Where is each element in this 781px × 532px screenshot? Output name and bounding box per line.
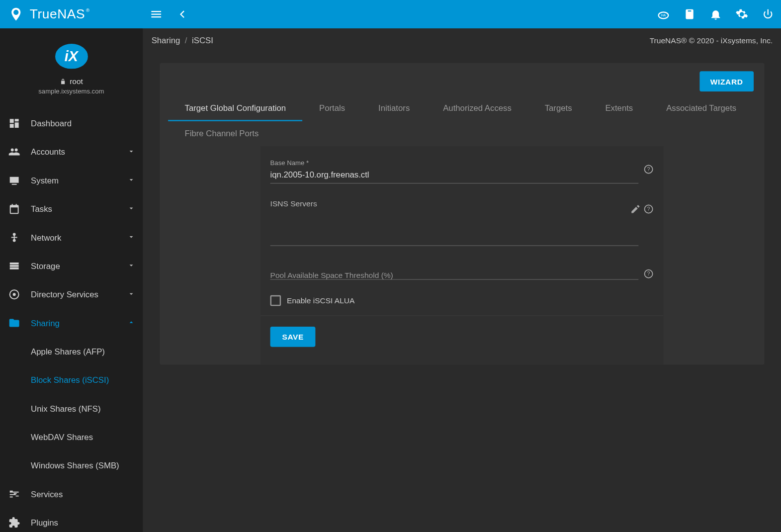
topbar: TrueNAS® HA (0, 0, 781, 28)
chevron-down-icon (127, 204, 136, 214)
tab-authorized-access[interactable]: Authorized Access (427, 96, 528, 121)
sidebar-item-tasks[interactable]: Tasks (0, 195, 143, 223)
tasks-icon (7, 202, 21, 216)
sidebar-username: root (70, 77, 83, 86)
breadcrumb: Sharing / iSCSI TrueNAS® © 2020 - iXsyst… (143, 28, 781, 52)
sidebar-item-directory[interactable]: Directory Services (0, 280, 143, 309)
chevron-up-icon (127, 318, 136, 328)
services-icon (7, 487, 21, 502)
sidebar-user: root (60, 77, 83, 86)
chevron-down-icon (127, 147, 136, 157)
crumb-separator: / (185, 36, 187, 45)
alua-checkbox[interactable] (270, 295, 281, 306)
tab-portals[interactable]: Portals (303, 96, 362, 121)
tab-bar: Target Global Configuration Portals Init… (160, 96, 764, 146)
sidebar-sub-smb[interactable]: Windows Shares (SMB) (0, 451, 143, 480)
sidebar-item-storage[interactable]: Storage (0, 252, 143, 280)
sidebar-item-label: Services (31, 489, 63, 499)
brand[interactable]: TrueNAS® (0, 6, 143, 22)
sidebar-item-label: Dashboard (31, 119, 72, 128)
sidebar-item-label: Sharing (31, 318, 60, 328)
pool-threshold-input[interactable] (270, 264, 639, 279)
chevron-down-icon (127, 289, 136, 299)
sidebar-item-label: Network (31, 233, 61, 242)
chevron-down-icon (127, 261, 136, 271)
sidebar: iX root sample.ixsystems.com Dashboard A… (0, 28, 143, 532)
isns-servers-input[interactable] (270, 211, 639, 246)
sidebar-host: sample.ixsystems.com (38, 88, 104, 95)
accounts-icon (7, 145, 21, 160)
ix-logo-block: iX root sample.ixsystems.com (0, 28, 143, 101)
sidebar-sub-nfs[interactable]: Unix Shares (NFS) (0, 394, 143, 423)
dashboard-icon (7, 116, 21, 131)
main: Sharing / iSCSI TrueNAS® © 2020 - iXsyst… (143, 28, 781, 532)
tab-target-global[interactable]: Target Global Configuration (168, 96, 303, 121)
system-icon (7, 174, 21, 188)
tab-initiators[interactable]: Initiators (362, 96, 427, 121)
iscsi-card: WIZARD Target Global Configuration Porta… (160, 63, 764, 365)
svg-point-3 (13, 293, 16, 296)
clipboard-icon[interactable] (677, 0, 703, 28)
truenas-logo-icon (8, 6, 24, 22)
isns-label: ISNS Servers (270, 199, 654, 208)
sidebar-sub-afp[interactable]: Apple Shares (AFP) (0, 338, 143, 366)
storage-icon (7, 259, 21, 273)
ha-status-icon[interactable]: HA (650, 0, 677, 28)
brand-name: TrueNAS® (30, 6, 85, 22)
sidebar-item-label: Tasks (31, 204, 52, 214)
settings-icon[interactable] (729, 0, 755, 28)
edit-icon[interactable] (630, 204, 641, 217)
tab-extents[interactable]: Extents (589, 96, 650, 121)
basename-label: Base Name * (270, 159, 654, 166)
crumb-sharing[interactable]: Sharing (152, 36, 180, 45)
help-icon[interactable]: ? (643, 164, 654, 177)
help-icon[interactable]: ? (643, 204, 654, 217)
svg-text:?: ? (647, 206, 650, 212)
svg-text:HA: HA (661, 13, 666, 17)
sidebar-item-accounts[interactable]: Accounts (0, 138, 143, 166)
sidebar-sub-iscsi[interactable]: Block Shares (iSCSI) (0, 366, 143, 394)
ix-logo-icon: iX (55, 44, 88, 69)
sidebar-item-system[interactable]: System (0, 167, 143, 195)
tab-targets[interactable]: Targets (528, 96, 589, 121)
wizard-button[interactable]: WIZARD (699, 71, 754, 91)
back-button[interactable] (169, 0, 195, 28)
sidebar-item-services[interactable]: Services (0, 480, 143, 508)
sidebar-item-plugins[interactable]: Plugins (0, 509, 143, 532)
plugins-icon (7, 516, 21, 530)
tab-fibre-channel[interactable]: Fibre Channel Ports (168, 121, 275, 146)
copyright: TrueNAS® © 2020 - iXsystems, Inc. (650, 36, 773, 45)
chevron-down-icon (127, 176, 136, 185)
sidebar-item-label: Storage (31, 262, 60, 271)
notifications-icon[interactable] (702, 0, 729, 28)
svg-text:?: ? (647, 166, 650, 172)
chevron-down-icon (127, 233, 136, 243)
svg-text:?: ? (647, 270, 650, 276)
alua-label: Enable iSCSI ALUA (287, 296, 354, 305)
crumb-iscsi[interactable]: iSCSI (192, 36, 213, 45)
power-icon[interactable] (755, 0, 781, 28)
sidebar-item-label: Plugins (31, 518, 58, 528)
tab-associated-targets[interactable]: Associated Targets (650, 96, 753, 121)
sharing-icon (7, 316, 21, 331)
sidebar-item-sharing[interactable]: Sharing (0, 309, 143, 337)
sidebar-item-dashboard[interactable]: Dashboard (0, 109, 143, 138)
network-icon (7, 231, 21, 245)
global-config-form: Base Name * ? ISNS Servers ? Pool Availa… (260, 146, 663, 365)
sidebar-item-label: System (31, 176, 59, 185)
save-button[interactable]: SAVE (270, 327, 316, 347)
lock-icon (60, 78, 67, 85)
help-icon[interactable]: ? (643, 268, 654, 281)
sidebar-item-label: Directory Services (31, 290, 98, 299)
sidebar-sub-webdav[interactable]: WebDAV Shares (0, 423, 143, 451)
menu-toggle-button[interactable] (143, 0, 170, 28)
sidebar-item-label: Accounts (31, 147, 65, 157)
sidebar-item-network[interactable]: Network (0, 223, 143, 252)
basename-input[interactable] (270, 168, 639, 183)
directory-icon (7, 287, 21, 302)
